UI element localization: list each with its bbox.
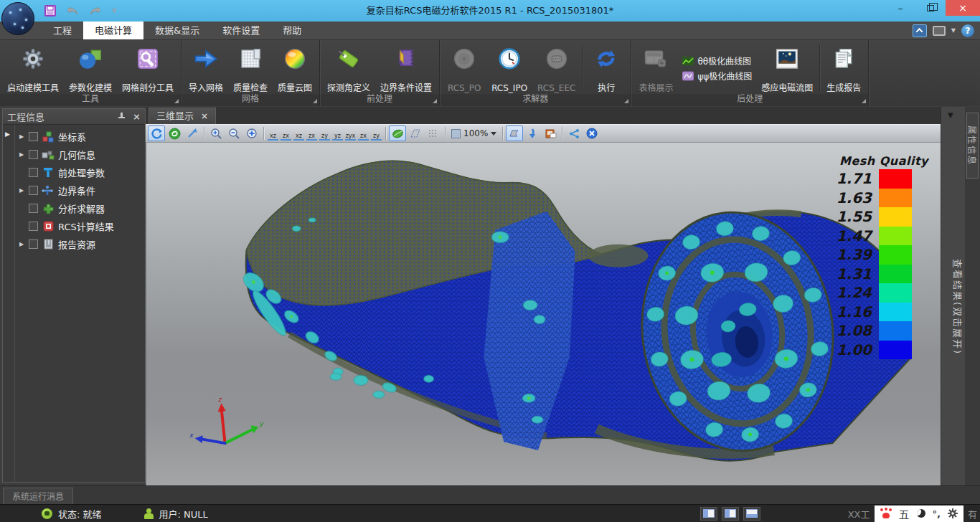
clip-plane-button[interactable] — [506, 125, 523, 141]
tab-property-info[interactable]: 属性信息 — [966, 113, 979, 179]
ime-gear-icon[interactable] — [948, 508, 958, 518]
strip-dropdown-icon[interactable]: ▼ — [948, 111, 953, 119]
orbit-icon — [169, 128, 181, 140]
layout-left-button[interactable] — [700, 507, 717, 521]
rcs-ipo-button[interactable]: RCS_IPO — [486, 42, 532, 94]
panel-close-icon[interactable]: × — [133, 111, 141, 122]
viewport-3d[interactable]: z y x Mesh Quality 1.71 1.63 1.55 1.47 1… — [146, 143, 941, 485]
theta-polarization-button[interactable]: θθ极化曲线图 — [682, 54, 752, 67]
tab-system-messages[interactable]: 系统运行消息 — [3, 488, 73, 505]
group-expander-icon[interactable] — [313, 99, 317, 103]
generate-report-button[interactable]: 生成报告 — [821, 42, 866, 94]
legend-swatch — [879, 189, 912, 208]
pan-tool-button[interactable] — [184, 125, 201, 141]
gutter-expand-icon[interactable]: ▶ — [5, 130, 14, 138]
rcs-po-button[interactable]: RCS_PO — [442, 42, 486, 94]
layout-split-button[interactable] — [722, 507, 739, 521]
ime-punctuation[interactable]: °, — [933, 508, 941, 519]
screen-style-icon[interactable] — [933, 26, 946, 36]
ime-wubi[interactable]: 五 — [899, 506, 910, 521]
group-expander-icon[interactable] — [174, 99, 179, 103]
tree-gutter: ▶ — [3, 125, 15, 482]
tree-item-rcs-results[interactable]: RCS计算结果 — [15, 217, 145, 235]
help-icon[interactable]: ? — [961, 24, 974, 37]
boundary-settings-button[interactable]: 边界条件设置 — [375, 42, 437, 94]
points-mode-button[interactable] — [425, 125, 442, 141]
shaded-mode-button[interactable] — [389, 125, 406, 141]
zoom-in-button[interactable] — [207, 125, 225, 141]
coordinate-system-icon — [42, 131, 55, 143]
checkbox[interactable] — [29, 186, 38, 195]
tab-3d-display[interactable]: 三维显示 × — [149, 108, 216, 124]
tab-em-calculation[interactable]: 电磁计算 — [83, 22, 143, 39]
rainbow-sphere-icon — [283, 44, 306, 73]
pin-icon[interactable] — [118, 113, 126, 120]
close-button[interactable]: × — [946, 0, 980, 16]
parametric-modeling-button[interactable]: 参数化建模 — [64, 42, 117, 94]
collapse-ribbon-button[interactable] — [913, 24, 927, 37]
ime-paw-icon[interactable] — [880, 508, 892, 519]
tab-software-settings[interactable]: 软件设置 — [211, 22, 271, 39]
checkbox[interactable] — [29, 168, 38, 177]
checkbox[interactable] — [29, 239, 38, 249]
view-iso2-button[interactable]: zx — [358, 126, 369, 141]
minimize-button[interactable]: – — [885, 0, 915, 16]
zoom-level-widget[interactable]: 100% — [448, 128, 499, 138]
tree-item-boundary-conditions[interactable]: ▶ 边界条件 — [15, 181, 145, 199]
close-view-button[interactable] — [583, 125, 600, 141]
view-zx2-button[interactable]: zx — [306, 126, 317, 141]
report-doc-icon — [832, 44, 855, 73]
group-expander-icon[interactable] — [862, 99, 866, 103]
view-zx-button[interactable]: zx — [281, 126, 291, 141]
induced-current-map-button[interactable]: 感应电磁流图 — [756, 42, 818, 94]
execute-button[interactable]: 执行 — [584, 42, 628, 94]
tab-close-icon[interactable]: × — [201, 108, 208, 124]
view-iso3-button[interactable]: zy — [371, 126, 382, 141]
psi-polarization-button[interactable]: ψψ极化曲线图 — [682, 70, 752, 82]
checkbox[interactable] — [29, 132, 38, 141]
wireframe-mode-button[interactable] — [407, 125, 424, 141]
rcs-eec-button[interactable]: RCS_EEC — [532, 42, 580, 94]
mesh-tool-button[interactable]: 网格剖分工具 — [117, 42, 179, 94]
picture-icon — [775, 44, 799, 73]
tab-help[interactable]: 帮助 — [271, 22, 313, 39]
restore-button[interactable] — [915, 0, 946, 16]
app-logo-icon[interactable] — [1, 2, 34, 35]
quality-cloud-button[interactable]: 质量云图 — [273, 42, 317, 94]
tree-item-geometry-info[interactable]: ▶ 几何信息 — [15, 146, 145, 163]
view-zy-button[interactable]: zy — [319, 126, 330, 141]
launch-modeling-button[interactable]: 启动建模工具 — [2, 42, 64, 94]
tree-item-coordinate-system[interactable]: ▶ 坐标系 — [15, 128, 145, 146]
group-expander-icon[interactable] — [624, 99, 628, 103]
group-expander-icon[interactable] — [433, 99, 437, 103]
zoom-fit-button[interactable] — [243, 125, 260, 141]
tree-item-solver[interactable]: 分析求解器 — [15, 199, 145, 217]
share-button[interactable] — [565, 125, 583, 141]
import-mesh-button[interactable]: 导入网格 — [184, 42, 228, 94]
tab-data-display[interactable]: 数据&显示 — [143, 22, 211, 39]
detect-angle-button[interactable]: 探测角定义 — [322, 42, 375, 94]
view-xz2-button[interactable]: xz — [293, 126, 304, 141]
tree-item-report-resources[interactable]: ▶ 报告资源 — [15, 235, 145, 253]
orbit-tool-button[interactable] — [166, 125, 183, 141]
checkbox[interactable] — [29, 150, 38, 159]
style-dropdown-icon[interactable]: ▼ — [951, 27, 956, 34]
tab-project[interactable]: 工程 — [42, 22, 83, 39]
rotate-tool-button[interactable] — [148, 125, 165, 141]
quality-check-button[interactable]: 质量检查 — [228, 42, 273, 94]
view-yz-button[interactable]: yz — [332, 126, 343, 141]
zoom-out-button[interactable] — [225, 125, 242, 141]
table-display-button[interactable]: 表格展示 — [633, 42, 678, 94]
view-iso1-button[interactable]: zyx — [345, 126, 356, 141]
capture-button[interactable] — [542, 125, 559, 141]
view-xz-button[interactable]: xz — [268, 126, 278, 141]
ime-moon-icon[interactable] — [917, 509, 925, 518]
zoom-dropdown-icon[interactable] — [491, 132, 496, 136]
tab-view-results[interactable]: 查看结果(双击展开) — [941, 259, 965, 355]
checkbox[interactable] — [29, 222, 38, 231]
zoom-level-value: 100% — [463, 128, 488, 138]
drop-view-button[interactable] — [524, 125, 541, 141]
tree-item-preprocess-params[interactable]: 前处理参数 — [15, 163, 145, 181]
checkbox[interactable] — [29, 204, 38, 213]
layout-bottom-button[interactable] — [743, 507, 760, 521]
